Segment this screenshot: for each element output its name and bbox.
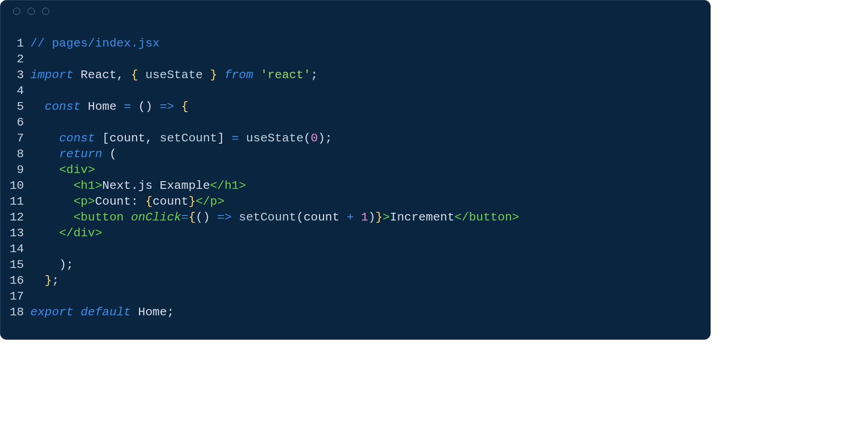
token: =>	[217, 211, 232, 224]
token	[131, 305, 138, 319]
token: import	[30, 68, 73, 82]
token: Next.js Example	[102, 179, 210, 192]
token: ;	[52, 274, 59, 287]
token: React	[80, 68, 117, 82]
code-content[interactable]: export default Home;	[30, 305, 702, 320]
code-line[interactable]: 15 );	[9, 257, 702, 273]
code-content[interactable]: </div>	[30, 225, 702, 241]
code-line[interactable]: 2	[9, 52, 702, 67]
token	[174, 100, 181, 113]
code-line[interactable]: 4	[9, 83, 702, 99]
token	[95, 131, 102, 145]
token: const	[59, 131, 95, 145]
code-line[interactable]: 17	[9, 289, 702, 305]
token: (	[109, 147, 117, 161]
token: const	[45, 100, 81, 113]
indent	[30, 131, 59, 145]
code-line[interactable]: 7 const [count, setCount] = useState(0);	[9, 131, 702, 146]
token: ,	[145, 131, 160, 145]
code-content[interactable]: const Home = () => {	[30, 99, 702, 115]
code-line[interactable]: 18export default Home;	[9, 305, 702, 320]
code-content[interactable]: );	[30, 257, 702, 273]
token: <p>	[73, 195, 95, 208]
token	[224, 131, 231, 145]
token	[124, 211, 131, 224]
token: setCount	[160, 131, 217, 145]
code-line[interactable]: 6	[9, 115, 702, 131]
token: (	[196, 211, 203, 224]
line-number: 10	[9, 178, 24, 194]
token: 0	[311, 131, 318, 145]
token: count	[303, 211, 340, 224]
code-line[interactable]: 13 </div>	[9, 225, 702, 241]
code-line[interactable]: 8 return (	[9, 146, 702, 162]
code-content[interactable]: // pages/index.jsx	[30, 36, 702, 52]
code-content[interactable]: const [count, setCount] = useState(0);	[30, 131, 702, 146]
code-line[interactable]: 10 <h1>Next.js Example</h1>	[9, 178, 702, 194]
line-number: 14	[9, 241, 24, 257]
token: </p>	[196, 195, 225, 208]
token: >	[382, 211, 390, 224]
token	[210, 211, 217, 224]
code-area[interactable]: 1// pages/index.jsx23import React, { use…	[0, 22, 710, 329]
code-content[interactable]: import React, { useState } from 'react';	[30, 67, 702, 83]
token: Home	[138, 305, 167, 319]
token: ;	[325, 131, 332, 145]
code-line[interactable]: 5 const Home = () => {	[9, 99, 702, 115]
code-content[interactable]: <button onClick={() => setCount(count + …	[30, 210, 702, 225]
token	[102, 147, 109, 161]
token: ,	[117, 68, 131, 82]
code-content[interactable]: <h1>Next.js Example</h1>	[30, 178, 702, 194]
indent	[30, 100, 45, 113]
code-line[interactable]: 14	[9, 241, 702, 257]
token: <h1>	[73, 179, 102, 192]
token: {	[145, 195, 152, 208]
token: {	[181, 100, 189, 113]
token: setCount	[239, 211, 296, 224]
close-icon[interactable]	[13, 8, 20, 15]
token: 'react'	[260, 68, 311, 82]
line-number: 8	[9, 146, 24, 162]
token: )	[59, 258, 66, 272]
code-line[interactable]: 3import React, { useState } from 'react'…	[9, 67, 702, 83]
token: Increment	[390, 211, 454, 224]
code-line[interactable]: 9 <div>	[9, 162, 702, 178]
token: return	[59, 147, 102, 161]
token	[80, 100, 88, 113]
token: (	[138, 100, 146, 113]
token: from	[224, 68, 253, 82]
code-line[interactable]: 12 <button onClick={() => setCount(count…	[9, 210, 702, 225]
line-number: 2	[9, 52, 24, 67]
token: </h1>	[210, 179, 246, 192]
token: ;	[167, 305, 174, 319]
token: 1	[361, 211, 368, 224]
line-number: 9	[9, 162, 24, 178]
code-content[interactable]: <p>Count: {count}</p>	[30, 194, 702, 210]
indent	[30, 258, 59, 272]
token: useState	[246, 131, 303, 145]
line-number: 1	[9, 36, 24, 52]
token: =	[231, 131, 239, 145]
token	[203, 68, 210, 82]
code-content[interactable]: return (	[30, 146, 702, 162]
code-line[interactable]: 1// pages/index.jsx	[9, 36, 702, 52]
token: {	[131, 68, 138, 82]
token	[340, 211, 347, 224]
token: ;	[66, 258, 74, 272]
minimize-icon[interactable]	[28, 8, 35, 15]
token: )	[203, 211, 210, 224]
indent	[30, 163, 59, 177]
line-number: 11	[9, 194, 24, 210]
token: (	[303, 131, 311, 145]
code-content[interactable]: <div>	[30, 162, 702, 178]
token: )	[368, 211, 376, 224]
code-line[interactable]: 11 <p>Count: {count}</p>	[9, 194, 702, 210]
token: // pages/index.jsx	[30, 37, 160, 50]
code-content[interactable]: };	[30, 273, 702, 289]
token: Home	[88, 100, 117, 113]
token	[152, 100, 160, 113]
maximize-icon[interactable]	[42, 8, 49, 15]
line-number: 18	[9, 305, 24, 320]
code-editor-window: 1// pages/index.jsx23import React, { use…	[0, 0, 711, 340]
code-line[interactable]: 16 };	[9, 273, 702, 289]
